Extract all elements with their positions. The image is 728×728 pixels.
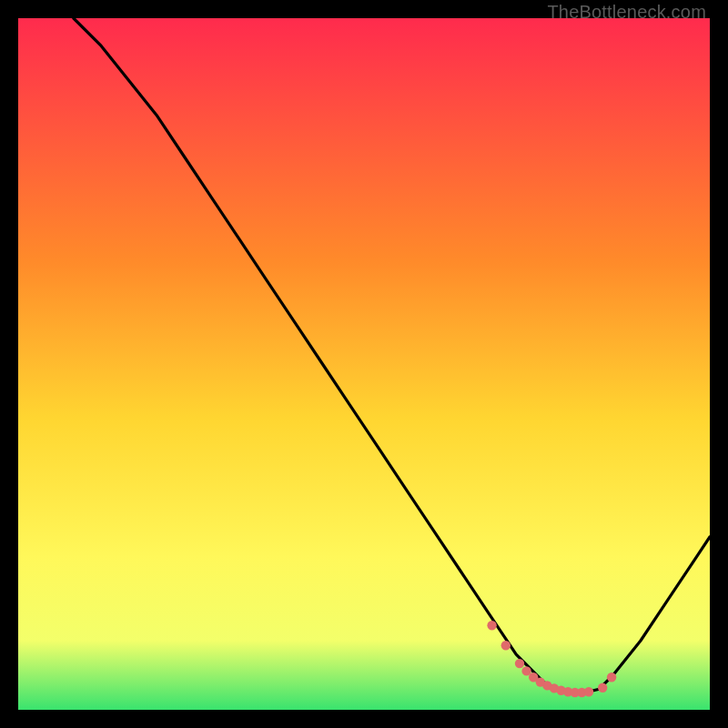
dot xyxy=(598,683,607,693)
gradient-background xyxy=(18,18,710,710)
dot xyxy=(501,641,511,650)
dot xyxy=(515,659,524,668)
watermark-text: TheBottleneck.com xyxy=(547,2,706,23)
dot xyxy=(487,621,496,630)
dot xyxy=(584,687,593,696)
bottleneck-chart xyxy=(18,18,710,710)
chart-frame xyxy=(18,18,710,710)
dot xyxy=(607,672,616,682)
